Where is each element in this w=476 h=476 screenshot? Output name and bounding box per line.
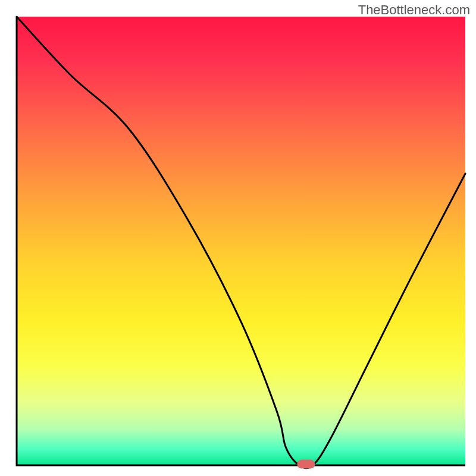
plot-background <box>17 17 465 465</box>
optimum-marker <box>297 460 315 469</box>
bottleneck-chart <box>0 0 476 476</box>
chart-container: TheBottleneck.com <box>0 0 476 476</box>
